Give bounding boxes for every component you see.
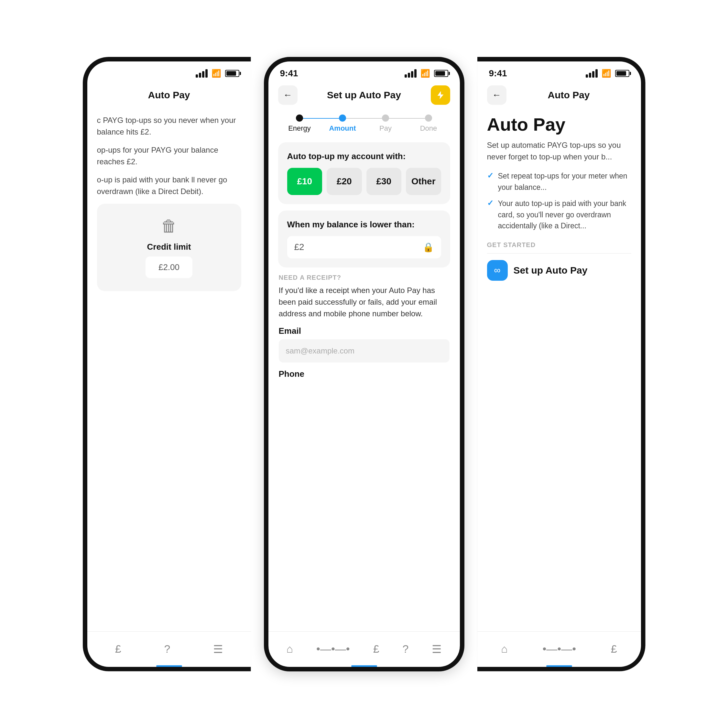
lightning-button[interactable] <box>431 86 450 105</box>
amount-card-title: Auto top-up my account with: <box>287 151 441 161</box>
menu-icon-center: ☰ <box>432 642 442 656</box>
battery-icon-left <box>225 70 239 77</box>
step-energy: Energy <box>278 115 321 133</box>
page-title-center: Set up Auto Pay <box>298 90 431 101</box>
status-time-right: 9:41 <box>489 68 507 79</box>
auto-pay-description: Set up automatic PAYG top-ups so you nev… <box>487 139 631 163</box>
phone-label: Phone <box>279 369 450 379</box>
nav-indicator-right <box>546 665 572 667</box>
step-label-done: Done <box>420 124 437 133</box>
currency-icon: £ <box>115 642 121 655</box>
step-label-pay: Pay <box>379 124 392 133</box>
nav-menu-center[interactable]: ☰ <box>425 639 448 659</box>
back-button-center[interactable]: ← <box>278 86 298 105</box>
header-left: Auto Pay <box>87 82 251 108</box>
infinity-icon: ∞ <box>494 265 501 275</box>
check-text-1: Set repeat top-ups for your meter when y… <box>498 170 631 193</box>
divider-right <box>487 253 631 254</box>
left-desc-1: c PAYG top-ups so you never when your ba… <box>97 115 241 138</box>
battery-icon-center <box>434 70 448 77</box>
nav-connect-center[interactable]: •—•—• <box>310 639 356 658</box>
home-icon-center: ⌂ <box>286 642 293 655</box>
step-dot-energy <box>296 115 303 122</box>
bottom-nav-right: ⌂ •—•—• £ <box>477 631 641 667</box>
setup-btn-icon: ∞ <box>487 260 508 281</box>
step-label-amount: Amount <box>329 124 356 133</box>
nav-item-currency[interactable]: £ <box>109 639 128 658</box>
check-mark-1: ✓ <box>487 171 494 180</box>
account-icon-center: £ <box>373 642 379 655</box>
step-amount: Amount <box>321 115 364 133</box>
header-right: ← Auto Pay <box>477 82 641 108</box>
get-started-label: GET STARTED <box>487 241 631 249</box>
nav-help-center[interactable]: ? <box>396 639 415 658</box>
nav-account-right[interactable]: £ <box>604 639 624 658</box>
home-icon-right: ⌂ <box>501 642 508 655</box>
trash-icon[interactable]: 🗑 <box>161 217 177 236</box>
step-dot-done <box>425 115 432 122</box>
amount-options: £10 £20 £30 Other <box>287 168 441 195</box>
phone-center: 9:41 📶 ← Set up Auto Pay <box>264 57 464 671</box>
wifi-icon-left: 📶 <box>211 69 221 78</box>
signal-bars-right <box>586 69 598 78</box>
receipt-description: If you'd like a receipt when your Auto P… <box>279 284 450 320</box>
amount-other[interactable]: Other <box>406 168 441 195</box>
stepper: Energy Amount Pay Done <box>268 108 460 136</box>
nav-indicator-center <box>351 665 377 667</box>
step-label-energy: Energy <box>288 124 311 133</box>
check-list: ✓ Set repeat top-ups for your meter when… <box>487 170 631 232</box>
right-content: Auto Pay Set up automatic PAYG top-ups s… <box>477 108 641 631</box>
delete-section: 🗑 Credit limit £2.00 <box>97 204 241 291</box>
setup-auto-pay-button[interactable]: ∞ Set up Auto Pay <box>487 260 631 281</box>
check-mark-2: ✓ <box>487 199 494 208</box>
nav-connect-right[interactable]: •—•—• <box>536 639 583 658</box>
amount-card: Auto top-up my account with: £10 £20 £30… <box>278 142 450 204</box>
credit-limit-label: Credit limit <box>147 242 191 252</box>
status-icons-left: 📶 <box>196 69 239 78</box>
nav-item-menu[interactable]: ☰ <box>206 639 229 659</box>
status-icons-center: 📶 <box>405 69 448 78</box>
nav-indicator-left <box>156 665 182 667</box>
page-title-right: Auto Pay <box>506 90 631 101</box>
credit-limit-value: £2.00 <box>145 257 193 278</box>
step-dot-pay <box>382 115 389 122</box>
page-title-left: Auto Pay <box>97 90 241 101</box>
left-content: c PAYG top-ups so you never when your ba… <box>87 108 251 631</box>
nav-home-center[interactable]: ⌂ <box>280 639 300 658</box>
status-bar-right: 9:41 📶 <box>477 61 641 82</box>
nav-item-help[interactable]: ? <box>158 639 177 658</box>
nav-home-right[interactable]: ⌂ <box>494 639 514 658</box>
signal-bars-left <box>196 69 208 78</box>
receipt-label: NEED A RECEIPT? <box>279 274 450 281</box>
back-button-right[interactable]: ← <box>487 86 506 105</box>
wifi-icon-center: 📶 <box>421 69 430 78</box>
nav-account-center[interactable]: £ <box>367 639 386 658</box>
connect-icon-right: •—•—• <box>542 642 576 655</box>
left-desc-3: o-up is paid with your bank ll never go … <box>97 174 241 197</box>
amount-30[interactable]: £30 <box>366 168 402 195</box>
receipt-section: NEED A RECEIPT? If you'd like a receipt … <box>278 274 450 379</box>
balance-value: £2 <box>294 242 304 252</box>
check-text-2: Your auto top-up is paid with your bank … <box>498 198 631 232</box>
balance-title: When my balance is lower than: <box>287 220 441 229</box>
balance-input-row[interactable]: £2 🔒 <box>287 236 441 258</box>
status-time-center: 9:41 <box>280 68 298 79</box>
battery-icon-right <box>615 70 629 77</box>
wifi-icon-right: 📶 <box>601 69 611 78</box>
phone-right: 9:41 📶 ← Auto Pay Auto Pay Set up automa… <box>477 57 645 671</box>
amount-20[interactable]: £20 <box>327 168 362 195</box>
auto-pay-main-title: Auto Pay <box>487 115 631 135</box>
bottom-nav-left: £ ? ☰ <box>87 631 251 667</box>
signal-bars-center <box>405 69 416 78</box>
back-arrow-center: ← <box>283 90 292 100</box>
bottom-nav-center: ⌂ •—•—• £ ? ☰ <box>268 631 460 667</box>
email-input[interactable]: sam@example.com <box>279 339 450 362</box>
check-item-2: ✓ Your auto top-up is paid with your ban… <box>487 198 631 232</box>
step-done: Done <box>407 115 450 133</box>
menu-icon: ☰ <box>213 642 223 656</box>
step-dot-amount <box>339 115 346 122</box>
phone-left: 📶 Auto Pay c PAYG top-ups so you never w… <box>83 57 251 671</box>
lock-icon: 🔒 <box>423 242 434 252</box>
amount-10[interactable]: £10 <box>287 168 323 195</box>
setup-btn-text: Set up Auto Pay <box>514 265 588 276</box>
